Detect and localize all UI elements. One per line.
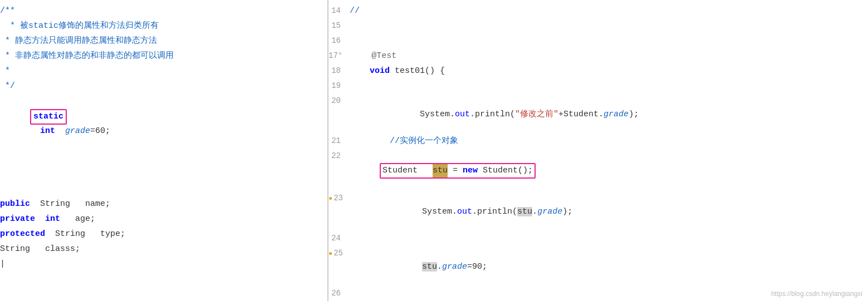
code-line: */ [0,80,327,95]
stu-highlight2: stu [422,262,437,272]
stu-highlight: stu [433,164,448,177]
watermark: https://blog.csdn.heylangiangxi [771,290,862,298]
right-line-23: ●23 System.out.println(stu.grade); [328,192,868,232]
line-number: 24 [328,232,350,244]
code-line-public: public String name; [0,198,327,213]
line-number: 22 [328,150,350,162]
right-line-22: 22 Student stu = new Student(); [328,150,868,192]
line-number: 18 [328,65,350,77]
code-line: * [0,65,327,80]
line-number: 19 [328,80,350,92]
line-number: ●23 [328,192,352,204]
code-line [0,182,327,198]
code-line: * 非静态属性对静态的和非静态的都可以调用 [0,50,327,65]
code-line-private: private int age; [0,213,327,228]
line-number: 16 [328,34,350,47]
static-keyword: static [30,109,67,125]
line-number: 14 [328,4,350,17]
right-line-20: 20 System.out.println("修改之前"+Student.gra… [328,95,868,135]
code-line-cursor[interactable]: | [0,258,327,273]
right-line-24: 24 [328,232,868,247]
code-line-protected: protected String type; [0,228,327,243]
right-line-21: 21 //实例化一个对象 [328,135,868,150]
line-number: ●25 [328,247,352,259]
right-panel: 14 // 15 16 17° @Test 18 void test01() {… [328,0,868,301]
right-line-14: 14 // [328,4,868,19]
left-panel: /** * 被static修饰的属性和方法归类所有 * 静态方法只能调用静态属性… [0,0,328,301]
code-line [0,167,327,182]
right-line-19: 19 [328,80,868,95]
line-number: 20 [328,95,350,107]
right-line-18: 18 void test01() { [328,65,868,80]
line-number: 26 [328,287,350,299]
code-line-static: static int grade=60; [0,95,327,152]
right-line-17: 17° @Test [328,50,868,65]
code-line-string: String classs; [0,243,327,258]
right-line-15: 15 [328,19,868,34]
right-line-25: ●25 stu.grade=90; [328,247,868,287]
stu-ref-highlight: stu [517,207,532,216]
line-number: 17° [328,50,351,62]
line-number: 15 [328,19,350,32]
code-line: /** [0,4,327,19]
code-line: * 静态方法只能调用静态属性和静态方法 [0,34,327,50]
line-number: 21 [328,135,350,147]
code-line [0,152,327,167]
code-line: * 被static修饰的属性和方法归类所有 [0,19,327,34]
right-line-16: 16 [328,34,868,50]
